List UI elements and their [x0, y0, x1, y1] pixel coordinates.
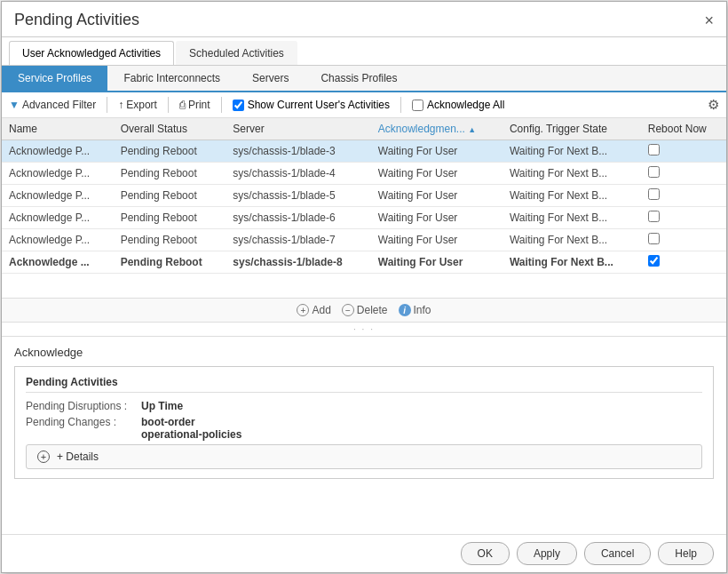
delete-label: Delete [357, 304, 388, 316]
cell-4-row-3: Waiting For Next B... [502, 207, 641, 229]
acknowledge-all-checkbox[interactable] [412, 100, 423, 111]
close-button[interactable]: × [704, 12, 714, 28]
table-row[interactable]: Acknowledge P...Pending Rebootsys/chassi… [2, 163, 726, 185]
cell-2-row-5: sys/chassis-1/blade-8 [226, 251, 370, 274]
table-row[interactable]: Acknowledge P...Pending Rebootsys/chassi… [2, 185, 726, 207]
cell-4-row-5: Waiting For Next B... [502, 251, 641, 274]
cell-3-row-5: Waiting For User [371, 251, 502, 274]
show-current-user-label[interactable]: Show Current User's Activities [233, 99, 390, 111]
export-button[interactable]: ↑ Export [118, 99, 157, 111]
pending-change-1: boot-order [141, 416, 241, 428]
pending-disruptions-key: Pending Disruptions : [26, 400, 141, 412]
cell-1-row-4: Pending Reboot [114, 229, 226, 251]
toolbar: ▼ Advanced Filter ↑ Export ⎙ Print Show … [2, 92, 726, 118]
main-content: ▼ Advanced Filter ↑ Export ⎙ Print Show … [2, 92, 726, 534]
plus-circle-icon: + [37, 450, 50, 463]
col-name[interactable]: Name [2, 118, 114, 140]
cell-1-row-3: Pending Reboot [114, 207, 226, 229]
reboot-checkbox-2[interactable] [648, 188, 660, 200]
table-container: Name Overall Status Server Acknowledgmen… [2, 118, 726, 298]
acknowledge-all-label[interactable]: Acknowledge All [412, 99, 504, 111]
pending-changes-key: Pending Changes : [26, 416, 141, 441]
cell-0-row-4: Acknowledge P... [2, 229, 114, 251]
details-label: + Details [57, 450, 99, 463]
delete-icon: − [342, 304, 354, 316]
cell-3-row-1: Waiting For User [371, 163, 502, 185]
cancel-button[interactable]: Cancel [584, 542, 651, 565]
details-button[interactable]: + + Details [26, 444, 702, 469]
filter-icon: ▼ [9, 99, 20, 111]
cell-reboot-row-4[interactable] [641, 229, 726, 251]
cell-reboot-row-2[interactable] [641, 185, 726, 207]
cell-4-row-0: Waiting For Next B... [502, 140, 641, 163]
advanced-filter-button[interactable]: ▼ Advanced Filter [9, 99, 96, 111]
add-icon: + [297, 304, 309, 316]
cell-2-row-2: sys/chassis-1/blade-5 [226, 185, 370, 207]
bottom-section: Acknowledge Pending Activities Pending D… [2, 336, 726, 534]
cell-1-row-1: Pending Reboot [114, 163, 226, 185]
reboot-checkbox-4[interactable] [648, 233, 660, 244]
cell-reboot-row-3[interactable] [641, 207, 726, 229]
delete-button[interactable]: − Delete [342, 304, 388, 316]
pending-disruptions-value: Up Time [141, 400, 183, 412]
reboot-checkbox-0[interactable] [648, 144, 660, 155]
pending-activities-dialog: Pending Activities × User Acknowledged A… [1, 1, 727, 573]
col-config-trigger-state[interactable]: Config. Trigger State [502, 118, 641, 140]
tab-user-acknowledged[interactable]: User Acknowledged Activities [9, 41, 174, 65]
cell-0-row-0: Acknowledge P... [2, 140, 114, 163]
sub-tab-chassis-profiles[interactable]: Chassis Profiles [305, 66, 413, 91]
table-row[interactable]: Acknowledge P...Pending Rebootsys/chassi… [2, 140, 726, 163]
separator-2 [168, 97, 169, 113]
tab-scheduled[interactable]: Scheduled Activities [176, 41, 297, 65]
sub-tab-fabric-interconnects[interactable]: Fabric Interconnects [107, 66, 236, 91]
main-tabs: User Acknowledged Activities Scheduled A… [2, 37, 726, 66]
pending-change-2: operational-policies [141, 428, 241, 441]
info-icon: i [399, 304, 411, 316]
sub-tab-service-profiles[interactable]: Service Profiles [2, 66, 107, 91]
col-server[interactable]: Server [226, 118, 370, 140]
print-label: Print [188, 99, 210, 111]
drag-handle: · · · [2, 323, 726, 336]
add-button[interactable]: + Add [297, 304, 330, 316]
info-button[interactable]: i Info [399, 304, 431, 316]
sort-arrow-up: ▲ [468, 125, 476, 134]
activities-table: Name Overall Status Server Acknowledgmen… [2, 118, 726, 274]
add-label: Add [312, 304, 330, 316]
footer-buttons: OK Apply Cancel Help [2, 534, 726, 572]
advanced-filter-label: Advanced Filter [22, 99, 96, 111]
help-button[interactable]: Help [658, 542, 714, 565]
reboot-checkbox-3[interactable] [648, 211, 660, 222]
cell-reboot-row-0[interactable] [641, 140, 726, 163]
show-current-user-checkbox[interactable] [233, 100, 244, 111]
pending-activities-box: Pending Activities Pending Disruptions :… [14, 366, 714, 479]
apply-button[interactable]: Apply [517, 542, 577, 565]
pending-disruptions-row: Pending Disruptions : Up Time [26, 400, 702, 412]
gear-icon[interactable]: ⚙ [708, 97, 719, 113]
cell-3-row-3: Waiting For User [371, 207, 502, 229]
reboot-checkbox-5[interactable] [648, 255, 660, 267]
ok-button[interactable]: OK [461, 542, 510, 565]
cell-reboot-row-1[interactable] [641, 163, 726, 185]
separator-3 [221, 97, 222, 113]
table-row[interactable]: Acknowledge ...Pending Rebootsys/chassis… [2, 251, 726, 274]
col-overall-status[interactable]: Overall Status [114, 118, 226, 140]
sub-tab-servers[interactable]: Servers [236, 66, 305, 91]
cell-3-row-4: Waiting For User [371, 229, 502, 251]
show-current-user-text: Show Current User's Activities [248, 99, 390, 111]
reboot-checkbox-1[interactable] [648, 166, 660, 178]
acknowledge-all-text: Acknowledge All [427, 99, 504, 111]
cell-2-row-4: sys/chassis-1/blade-7 [226, 229, 370, 251]
export-icon: ↑ [118, 99, 123, 111]
table-row[interactable]: Acknowledge P...Pending Rebootsys/chassi… [2, 229, 726, 251]
col-acknowledgement[interactable]: Acknowledgmen... ▲ [371, 118, 502, 140]
table-row[interactable]: Acknowledge P...Pending Rebootsys/chassi… [2, 207, 726, 229]
print-icon: ⎙ [179, 99, 186, 111]
cell-reboot-row-5[interactable] [641, 251, 726, 274]
col-reboot-now[interactable]: Reboot Now [641, 118, 726, 140]
cell-0-row-1: Acknowledge P... [2, 163, 114, 185]
cell-0-row-5: Acknowledge ... [2, 251, 114, 274]
action-bar: + Add − Delete i Info [2, 298, 726, 323]
cell-3-row-0: Waiting For User [371, 140, 502, 163]
cell-4-row-2: Waiting For Next B... [502, 185, 641, 207]
print-button[interactable]: ⎙ Print [179, 99, 210, 111]
